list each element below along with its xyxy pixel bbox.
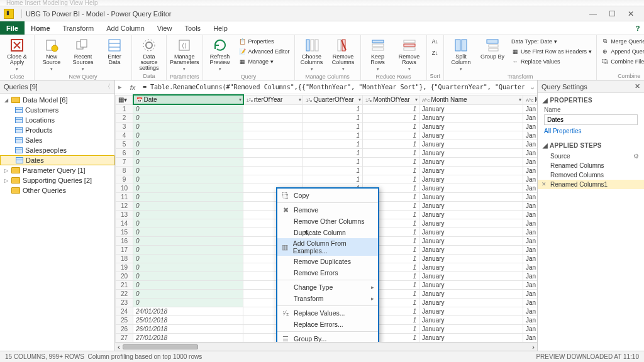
table-row[interactable]: 7011JanuaryJan 2018Q1 2: [116, 158, 538, 167]
formula-dropdown-icon[interactable]: ⌄: [527, 83, 537, 91]
help-icon[interactable]: ?: [631, 21, 644, 35]
fx-icon[interactable]: fx: [125, 84, 140, 91]
tab-help[interactable]: Help: [207, 21, 234, 35]
recent-sources-button[interactable]: Recent Sources▾: [69, 36, 97, 73]
sort-desc-button[interactable]: Z↓: [430, 48, 440, 57]
col-header-month-year[interactable]: AᵇcMonth & Year▾: [523, 95, 538, 104]
app-icon: [4, 9, 14, 19]
scroll-right-icon[interactable]: ›: [532, 343, 535, 351]
query-item-customers[interactable]: Customers: [0, 105, 114, 115]
col-header-month-of-year[interactable]: 1²₃MonthOfYear▾: [363, 95, 419, 104]
grid-corner[interactable]: ▦▾: [116, 95, 133, 104]
menu-add-column-from-examples[interactable]: ▥Add Column From Examples...: [277, 238, 378, 256]
query-name-input[interactable]: [544, 114, 638, 125]
close-panel-icon[interactable]: ✕: [635, 82, 640, 90]
formula-input[interactable]: [140, 84, 527, 90]
remove-rows-button[interactable]: Remove Rows▾: [396, 36, 423, 73]
formula-bar: ▸ fx ⌄: [115, 80, 537, 94]
all-properties-link[interactable]: All Properties: [538, 128, 644, 134]
applied-step[interactable]: Renamed Columns1: [538, 180, 644, 189]
folder-other-queries[interactable]: Other Queries: [0, 185, 114, 195]
split-column-button[interactable]: Split Column▾: [447, 36, 475, 73]
query-item-dates[interactable]: Dates: [0, 155, 114, 165]
choose-columns-button[interactable]: Choose Columns▾: [298, 36, 326, 73]
horizontal-scrollbar[interactable]: ‹ ›: [115, 342, 537, 351]
col-header-month-name[interactable]: AᵇcMonth Name▾: [419, 95, 523, 104]
new-source-button[interactable]: New Source▾: [38, 36, 65, 73]
combine-files-button[interactable]: ⿻Combine Files: [600, 57, 644, 66]
filter-icon[interactable]: ▾: [239, 97, 242, 102]
refresh-preview-button[interactable]: Refresh Preview▾: [206, 36, 234, 73]
keep-rows-icon: [370, 38, 386, 53]
table-row[interactable]: 3011JanuaryJan 2018Q1 2: [116, 123, 538, 131]
table-row[interactable]: 4011JanuaryJan 2018Q1 2: [116, 131, 538, 140]
tab-transform[interactable]: Transform: [57, 21, 101, 35]
tab-add-column[interactable]: Add Column: [100, 21, 151, 35]
keep-rows-button[interactable]: Keep Rows▾: [364, 36, 392, 73]
enter-data-button[interactable]: Enter Data: [101, 36, 128, 67]
close-apply-button[interactable]: Close & Apply▾: [3, 36, 31, 73]
scroll-left-icon[interactable]: ‹: [118, 343, 120, 351]
menu-replace-errors[interactable]: Replace Errors...: [277, 319, 378, 330]
manage-parameters-button[interactable]: ⟨⟩Manage Parameters▾: [170, 36, 198, 73]
menu-remove-duplicates[interactable]: Remove Duplicates: [277, 256, 378, 267]
merge-queries-button[interactable]: ⧉Merge Queries ▾: [600, 36, 644, 46]
col-header-hidden[interactable]: 1²₃rterOfYear▾: [243, 95, 303, 104]
menu-duplicate[interactable]: Duplicate Column: [277, 227, 378, 238]
table-row[interactable]: 1011JanuaryJan 2018Q1 2: [116, 104, 538, 114]
menu-remove-other[interactable]: Remove Other Columns: [277, 216, 378, 227]
maximize-button[interactable]: ☐: [602, 7, 621, 21]
properties-button[interactable]: 📋Properties: [238, 36, 291, 46]
data-source-settings-button[interactable]: Data source settings: [135, 36, 163, 72]
minimize-button[interactable]: —: [584, 7, 602, 21]
tab-file[interactable]: File: [0, 21, 25, 35]
query-item-locations[interactable]: Locations: [0, 115, 114, 125]
col-header-quarter[interactable]: 1²₃QuarterOfYear▾: [303, 95, 363, 104]
formula-expand-icon[interactable]: ▸: [115, 83, 125, 91]
menu-transform[interactable]: Transform▸: [277, 293, 378, 304]
collapse-icon[interactable]: 〈: [104, 82, 111, 91]
menu-copy[interactable]: ⿻Copy: [277, 190, 378, 201]
remove-columns-button[interactable]: Remove Columns▾: [330, 36, 357, 73]
queries-panel: Queries [9]〈 ◢Data Model [6] CustomersLo…: [0, 80, 115, 351]
sort-asc-button[interactable]: A↓: [430, 36, 440, 46]
menu-replace-values[interactable]: ¹⁄₂Replace Values...: [277, 307, 378, 319]
folder-supporting-queries[interactable]: ▷Supporting Queries [2]: [0, 175, 114, 185]
table-row[interactable]: 5011JanuaryJan 2018Q1 2: [116, 140, 538, 149]
append-queries-button[interactable]: ⊕Append Queries ▾: [600, 47, 644, 56]
queries-title: Queries [9]: [4, 83, 38, 90]
folder-icon: [11, 167, 20, 173]
folder-parameter-query[interactable]: ▷Parameter Query [1]: [0, 165, 114, 175]
folder-icon: [11, 97, 20, 103]
applied-step[interactable]: Removed Columns: [538, 170, 644, 180]
tab-home[interactable]: Home: [25, 21, 57, 35]
table-icon: [16, 157, 23, 163]
table-row[interactable]: 9011JanuaryJan 2018Q1 2: [116, 175, 538, 184]
table-row[interactable]: 8011JanuaryJan 2018Q1 2: [116, 167, 538, 175]
manage-button[interactable]: ▦Manage ▾: [238, 57, 291, 66]
menu-change-type[interactable]: Change Type▸: [277, 282, 378, 293]
first-row-headers-button[interactable]: ▦Use First Row as Headers ▾: [510, 47, 593, 56]
tab-view[interactable]: View: [151, 21, 179, 35]
applied-step[interactable]: Renamed Columns: [538, 161, 644, 170]
table-row[interactable]: 6011JanuaryJan 2018Q1 2: [116, 149, 538, 158]
folder-data-model[interactable]: ◢Data Model [6]: [0, 95, 114, 105]
data-type-button[interactable]: Data Type: Date ▾: [510, 36, 593, 46]
gear-icon[interactable]: ⚙: [633, 153, 639, 160]
tab-tools[interactable]: Tools: [178, 21, 207, 35]
menu-remove-errors[interactable]: Remove Errors: [277, 267, 378, 278]
properties-icon: 📋: [239, 38, 247, 45]
query-item-salespeoples[interactable]: Salespeoples: [0, 145, 114, 155]
menu-group-by[interactable]: ☰Group By...: [277, 333, 378, 342]
group-by-icon: [485, 38, 500, 53]
advanced-editor-button[interactable]: 📝Advanced Editor: [238, 47, 291, 56]
query-item-products[interactable]: Products: [0, 125, 114, 135]
close-button[interactable]: ✕: [621, 7, 640, 21]
group-by-button[interactable]: Group By: [479, 36, 506, 61]
replace-values-button[interactable]: ↔Replace Values: [510, 57, 593, 66]
applied-step[interactable]: Source⚙: [538, 151, 644, 161]
table-row[interactable]: 2011JanuaryJan 2018Q1 2: [116, 114, 538, 123]
menu-remove[interactable]: ✖Remove: [277, 204, 378, 216]
col-header-date[interactable]: 📅Date▾: [133, 95, 243, 104]
query-item-sales[interactable]: Sales: [0, 135, 114, 145]
